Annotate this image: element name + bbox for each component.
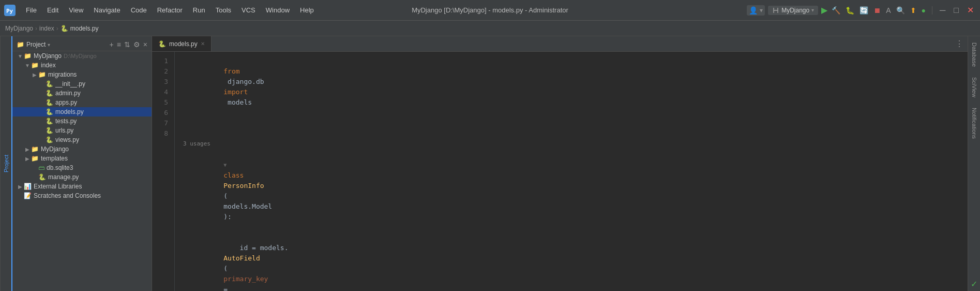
file-tree-title-label: Project bbox=[26, 41, 46, 48]
right-sidebar: Database SciView Notifications ✓ bbox=[968, 36, 980, 291]
title-bar-right: 👤 ▾ MyDjango ▾ ▶ 🔨 🐛 🔄 ⏹ A 🔍 ⬆ ● ─ □ ✕ bbox=[747, 4, 976, 16]
tree-folder-index[interactable]: ▼ 📁 index bbox=[12, 61, 152, 70]
tree-file-tests[interactable]: 🐍 tests.py bbox=[12, 117, 152, 126]
breadcrumb-bar: MyDjango › index › 🐍 models.py bbox=[0, 21, 980, 36]
breadcrumb-project[interactable]: MyDjango bbox=[5, 25, 33, 32]
code-editor[interactable]: 1 2 3 4 5 6 7 8 from django.db import mo… bbox=[152, 52, 968, 291]
tree-file-init[interactable]: 🐍 __init__.py bbox=[12, 79, 152, 89]
svg-text:Py: Py bbox=[6, 8, 13, 14]
code-line-1: from django.db import models bbox=[183, 56, 959, 118]
expand-all-icon[interactable]: ⇅ bbox=[124, 40, 130, 49]
close-button[interactable]: ✕ bbox=[965, 4, 976, 16]
main-layout: Project 📁 Project ▾ + ≡ ⇅ ⚙ × ▼ 📁 MyDjan… bbox=[0, 36, 980, 291]
tree-folder-mydjango[interactable]: ▶ 📁 MyDjango bbox=[12, 144, 152, 154]
menu-help[interactable]: Help bbox=[296, 4, 318, 16]
tree-folder-migrations[interactable]: ▶ 📁 migrations bbox=[12, 70, 152, 79]
window-title: MyDjango [D:\MyDjango] - models.py - Adm… bbox=[412, 6, 568, 14]
menu-window[interactable]: Window bbox=[262, 4, 294, 16]
tab-close-icon[interactable]: ✕ bbox=[201, 41, 205, 47]
menu-code[interactable]: Code bbox=[127, 4, 151, 16]
code-line-5: id = models. AutoField ( primary_key = T… bbox=[183, 232, 959, 291]
tree-file-models[interactable]: 🐍 models.py bbox=[12, 107, 152, 117]
menu-view[interactable]: View bbox=[65, 4, 87, 16]
tree-file-db[interactable]: 🗃 db.sqlite3 bbox=[12, 163, 152, 172]
build-icon[interactable]: 🔨 bbox=[831, 5, 841, 16]
menu-tools[interactable]: Tools bbox=[212, 4, 235, 16]
tab-label: models.py bbox=[169, 40, 198, 48]
update-icon[interactable]: ⬆ bbox=[909, 5, 917, 16]
menu-refactor[interactable]: Refactor bbox=[153, 4, 187, 16]
translate-icon[interactable]: A bbox=[885, 5, 892, 16]
code-line-3 bbox=[183, 128, 959, 139]
status-check-area: ✓ bbox=[971, 279, 977, 289]
file-tree-panel: 📁 Project ▾ + ≡ ⇅ ⚙ × ▼ 📁 MyDjango D:\My… bbox=[12, 36, 152, 291]
debug-icon[interactable]: 🐛 bbox=[845, 5, 855, 16]
right-tab-notifications[interactable]: Notifications bbox=[969, 104, 979, 143]
editor-area: 🐍 models.py ✕ ⋮ 1 2 3 4 5 6 7 8 bbox=[152, 36, 968, 291]
vcs-label: MyDjango bbox=[781, 7, 809, 14]
usages-hint: 3 usages bbox=[183, 139, 959, 149]
code-line-4: ▼ class PersonInfo ( models.Model ): bbox=[183, 149, 959, 232]
line-numbers: 1 2 3 4 5 6 7 8 bbox=[152, 52, 175, 291]
breadcrumb-folder[interactable]: index bbox=[39, 25, 54, 32]
file-tree-actions: + ≡ ⇅ ⚙ × bbox=[109, 40, 147, 49]
code-content[interactable]: from django.db import models 3 usages ▼ … bbox=[175, 52, 968, 291]
breadcrumb-sep-2: › bbox=[56, 25, 58, 32]
tab-more-button[interactable]: ⋮ bbox=[951, 39, 968, 49]
menu-vcs[interactable]: VCS bbox=[237, 4, 260, 16]
tree-external-libraries[interactable]: ▶ 📊 External Libraries bbox=[12, 182, 152, 191]
run-button[interactable]: ▶ bbox=[821, 5, 827, 15]
title-bar: Py File Edit View Navigate Code Refactor… bbox=[0, 0, 980, 21]
minimize-button[interactable]: ─ bbox=[938, 5, 947, 16]
breadcrumb-file-icon: 🐍 bbox=[61, 25, 68, 32]
toolbar-separator bbox=[932, 6, 932, 14]
menu-file[interactable]: File bbox=[22, 4, 41, 16]
tree-root[interactable]: ▼ 📁 MyDjango D:\MyDjango bbox=[12, 51, 152, 61]
code-line-2 bbox=[183, 118, 959, 128]
breadcrumb-sep-1: › bbox=[35, 25, 37, 32]
file-tree-header: 📁 Project ▾ + ≡ ⇅ ⚙ × bbox=[12, 38, 152, 51]
new-file-icon[interactable]: + bbox=[109, 40, 113, 49]
breadcrumb-file[interactable]: models.py bbox=[70, 25, 99, 32]
file-tree-title: 📁 Project ▾ bbox=[17, 41, 50, 48]
tree-file-apps[interactable]: 🐍 apps.py bbox=[12, 98, 152, 107]
tree-file-admin[interactable]: 🐍 admin.py bbox=[12, 89, 152, 98]
menu-navigate[interactable]: Navigate bbox=[89, 4, 124, 16]
right-tab-sciview[interactable]: SciView bbox=[969, 73, 979, 101]
menu-edit[interactable]: Edit bbox=[43, 4, 63, 16]
project-tab[interactable]: Project bbox=[0, 36, 12, 291]
app-icon: Py bbox=[4, 5, 16, 16]
right-tab-database[interactable]: Database bbox=[969, 38, 979, 71]
tree-file-views[interactable]: 🐍 views.py bbox=[12, 135, 152, 144]
tree-file-urls[interactable]: 🐍 urls.py bbox=[12, 126, 152, 135]
maximize-button[interactable]: □ bbox=[952, 5, 961, 16]
close-panel-icon[interactable]: × bbox=[143, 40, 147, 49]
tree-scratches-consoles[interactable]: 📝 Scratches and Consoles bbox=[12, 191, 152, 200]
menu-run[interactable]: Run bbox=[189, 4, 209, 16]
status-check-icon: ✓ bbox=[971, 280, 977, 288]
vcs-dropdown[interactable]: MyDjango ▾ bbox=[768, 6, 818, 15]
stop-icon[interactable]: ⏹ bbox=[872, 5, 882, 16]
menu-bar: File Edit View Navigate Code Refactor Ru… bbox=[22, 4, 318, 16]
collapse-all-icon[interactable]: ≡ bbox=[117, 40, 121, 49]
title-bar-left: Py File Edit View Navigate Code Refactor… bbox=[4, 4, 318, 16]
coverage-icon[interactable]: 🔄 bbox=[858, 5, 869, 16]
window-controls: ─ □ ✕ bbox=[938, 4, 976, 16]
user-icon-area[interactable]: 👤 ▾ bbox=[747, 5, 765, 16]
tab-models-py[interactable]: 🐍 models.py ✕ bbox=[152, 36, 212, 51]
settings-icon[interactable]: ⚙ bbox=[133, 40, 140, 49]
tree-folder-templates[interactable]: ▶ 📁 templates bbox=[12, 154, 152, 163]
tab-bar: 🐍 models.py ✕ ⋮ bbox=[152, 36, 968, 52]
search-icon[interactable]: 🔍 bbox=[895, 5, 906, 16]
git-icon[interactable]: ● bbox=[921, 5, 927, 16]
tree-file-manage[interactable]: 🐍 manage.py bbox=[12, 172, 152, 182]
